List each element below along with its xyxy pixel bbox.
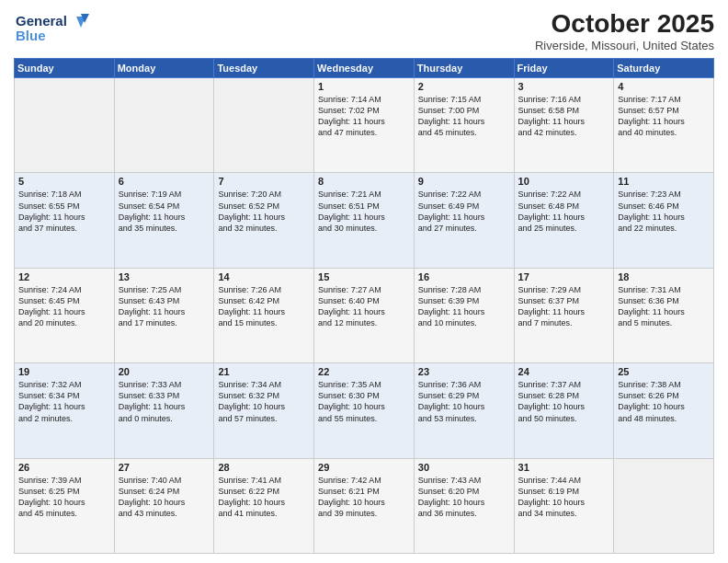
cell-info: Sunrise: 7:21 AM Sunset: 6:51 PM Dayligh… — [318, 189, 410, 234]
calendar-cell: 13Sunrise: 7:25 AM Sunset: 6:43 PM Dayli… — [114, 268, 214, 362]
cell-info: Sunrise: 7:15 AM Sunset: 7:00 PM Dayligh… — [418, 94, 510, 139]
cell-info: Sunrise: 7:22 AM Sunset: 6:49 PM Dayligh… — [418, 189, 510, 234]
day-number: 28 — [218, 462, 310, 473]
cell-info: Sunrise: 7:31 AM Sunset: 6:36 PM Dayligh… — [618, 284, 710, 329]
svg-text:General: General — [16, 13, 67, 29]
calendar-cell: 1Sunrise: 7:14 AM Sunset: 7:02 PM Daylig… — [314, 78, 415, 173]
calendar-cell: 16Sunrise: 7:28 AM Sunset: 6:39 PM Dayli… — [414, 268, 514, 362]
cell-info: Sunrise: 7:25 AM Sunset: 6:43 PM Dayligh… — [119, 284, 210, 329]
day-number: 15 — [318, 271, 410, 282]
header-saturday: Saturday — [614, 59, 714, 78]
cell-info: Sunrise: 7:20 AM Sunset: 6:52 PM Dayligh… — [218, 189, 310, 234]
header-sunday: Sunday — [15, 59, 115, 78]
cell-info: Sunrise: 7:29 AM Sunset: 6:37 PM Dayligh… — [518, 284, 610, 329]
cell-info: Sunrise: 7:35 AM Sunset: 6:30 PM Dayligh… — [318, 379, 410, 424]
calendar-cell: 3Sunrise: 7:16 AM Sunset: 6:58 PM Daylig… — [514, 78, 614, 173]
cell-info: Sunrise: 7:18 AM Sunset: 6:55 PM Dayligh… — [18, 189, 110, 234]
calendar-cell: 15Sunrise: 7:27 AM Sunset: 6:40 PM Dayli… — [314, 268, 415, 362]
calendar-cell: 6Sunrise: 7:19 AM Sunset: 6:54 PM Daylig… — [114, 173, 214, 268]
cell-info: Sunrise: 7:37 AM Sunset: 6:28 PM Dayligh… — [518, 379, 610, 424]
day-number: 19 — [18, 366, 110, 377]
cell-info: Sunrise: 7:16 AM Sunset: 6:58 PM Dayligh… — [518, 94, 610, 139]
day-number: 30 — [418, 462, 510, 473]
header-wednesday: Wednesday — [314, 59, 415, 78]
calendar-cell: 18Sunrise: 7:31 AM Sunset: 6:36 PM Dayli… — [614, 268, 714, 362]
calendar-cell: 24Sunrise: 7:37 AM Sunset: 6:28 PM Dayli… — [514, 363, 614, 458]
day-number: 16 — [418, 271, 510, 282]
cell-info: Sunrise: 7:39 AM Sunset: 6:25 PM Dayligh… — [18, 475, 110, 520]
day-number: 10 — [518, 176, 610, 187]
header-tuesday: Tuesday — [214, 59, 314, 78]
calendar-cell: 5Sunrise: 7:18 AM Sunset: 6:55 PM Daylig… — [15, 173, 115, 268]
calendar-cell: 25Sunrise: 7:38 AM Sunset: 6:26 PM Dayli… — [614, 363, 714, 458]
calendar-week-5: 26Sunrise: 7:39 AM Sunset: 6:25 PM Dayli… — [15, 458, 714, 553]
logo-icon: General Blue — [14, 9, 97, 48]
day-number: 9 — [418, 176, 510, 187]
calendar-cell: 28Sunrise: 7:41 AM Sunset: 6:22 PM Dayli… — [214, 458, 314, 553]
day-number: 21 — [218, 366, 310, 377]
header-monday: Monday — [114, 59, 214, 78]
day-number: 3 — [518, 81, 610, 92]
day-number: 22 — [318, 366, 410, 377]
calendar-cell — [614, 458, 714, 553]
svg-text:Blue: Blue — [16, 28, 46, 43]
page: General Blue October 2025 Riverside, Mis… — [0, 0, 728, 563]
cell-info: Sunrise: 7:42 AM Sunset: 6:21 PM Dayligh… — [318, 475, 410, 520]
calendar-cell: 26Sunrise: 7:39 AM Sunset: 6:25 PM Dayli… — [15, 458, 115, 553]
day-number: 12 — [18, 271, 110, 282]
day-number: 7 — [218, 176, 310, 187]
calendar-cell: 10Sunrise: 7:22 AM Sunset: 6:48 PM Dayli… — [514, 173, 614, 268]
calendar-cell: 7Sunrise: 7:20 AM Sunset: 6:52 PM Daylig… — [214, 173, 314, 268]
day-number: 8 — [318, 176, 410, 187]
day-number: 24 — [518, 366, 610, 377]
calendar-cell: 19Sunrise: 7:32 AM Sunset: 6:34 PM Dayli… — [15, 363, 115, 458]
cell-info: Sunrise: 7:19 AM Sunset: 6:54 PM Dayligh… — [119, 189, 210, 234]
day-number: 18 — [618, 271, 710, 282]
cell-info: Sunrise: 7:28 AM Sunset: 6:39 PM Dayligh… — [418, 284, 510, 329]
cell-info: Sunrise: 7:22 AM Sunset: 6:48 PM Dayligh… — [518, 189, 610, 234]
title-section: October 2025 Riverside, Missouri, United… — [535, 9, 714, 52]
weekday-header-row: Sunday Monday Tuesday Wednesday Thursday… — [15, 59, 714, 78]
cell-info: Sunrise: 7:32 AM Sunset: 6:34 PM Dayligh… — [18, 379, 110, 424]
cell-info: Sunrise: 7:24 AM Sunset: 6:45 PM Dayligh… — [18, 284, 110, 329]
day-number: 2 — [418, 81, 510, 92]
calendar-cell — [114, 78, 214, 173]
cell-info: Sunrise: 7:26 AM Sunset: 6:42 PM Dayligh… — [218, 284, 310, 329]
cell-info: Sunrise: 7:40 AM Sunset: 6:24 PM Dayligh… — [119, 475, 210, 520]
month-title: October 2025 — [535, 9, 714, 39]
day-number: 26 — [18, 462, 110, 473]
day-number: 1 — [318, 81, 410, 92]
calendar-cell: 2Sunrise: 7:15 AM Sunset: 7:00 PM Daylig… — [414, 78, 514, 173]
day-number: 6 — [119, 176, 210, 187]
day-number: 11 — [618, 176, 710, 187]
cell-info: Sunrise: 7:36 AM Sunset: 6:29 PM Dayligh… — [418, 379, 510, 424]
calendar-table: Sunday Monday Tuesday Wednesday Thursday… — [14, 58, 714, 554]
cell-info: Sunrise: 7:17 AM Sunset: 6:57 PM Dayligh… — [618, 94, 710, 139]
calendar-cell — [214, 78, 314, 173]
calendar-cell: 31Sunrise: 7:44 AM Sunset: 6:19 PM Dayli… — [514, 458, 614, 553]
cell-info: Sunrise: 7:43 AM Sunset: 6:20 PM Dayligh… — [418, 475, 510, 520]
calendar-cell: 22Sunrise: 7:35 AM Sunset: 6:30 PM Dayli… — [314, 363, 415, 458]
header: General Blue October 2025 Riverside, Mis… — [14, 9, 714, 52]
cell-info: Sunrise: 7:27 AM Sunset: 6:40 PM Dayligh… — [318, 284, 410, 329]
calendar-week-2: 5Sunrise: 7:18 AM Sunset: 6:55 PM Daylig… — [15, 173, 714, 268]
day-number: 14 — [218, 271, 310, 282]
header-friday: Friday — [514, 59, 614, 78]
calendar-cell: 30Sunrise: 7:43 AM Sunset: 6:20 PM Dayli… — [414, 458, 514, 553]
day-number: 20 — [119, 366, 210, 377]
calendar-cell: 21Sunrise: 7:34 AM Sunset: 6:32 PM Dayli… — [214, 363, 314, 458]
calendar-cell: 11Sunrise: 7:23 AM Sunset: 6:46 PM Dayli… — [614, 173, 714, 268]
day-number: 31 — [518, 462, 610, 473]
calendar-week-1: 1Sunrise: 7:14 AM Sunset: 7:02 PM Daylig… — [15, 78, 714, 173]
cell-info: Sunrise: 7:44 AM Sunset: 6:19 PM Dayligh… — [518, 475, 610, 520]
header-thursday: Thursday — [414, 59, 514, 78]
calendar-cell: 17Sunrise: 7:29 AM Sunset: 6:37 PM Dayli… — [514, 268, 614, 362]
calendar-week-4: 19Sunrise: 7:32 AM Sunset: 6:34 PM Dayli… — [15, 363, 714, 458]
cell-info: Sunrise: 7:38 AM Sunset: 6:26 PM Dayligh… — [618, 379, 710, 424]
calendar-cell: 29Sunrise: 7:42 AM Sunset: 6:21 PM Dayli… — [314, 458, 415, 553]
cell-info: Sunrise: 7:41 AM Sunset: 6:22 PM Dayligh… — [218, 475, 310, 520]
calendar-cell: 4Sunrise: 7:17 AM Sunset: 6:57 PM Daylig… — [614, 78, 714, 173]
day-number: 5 — [18, 176, 110, 187]
logo: General Blue — [14, 9, 97, 52]
day-number: 13 — [119, 271, 210, 282]
